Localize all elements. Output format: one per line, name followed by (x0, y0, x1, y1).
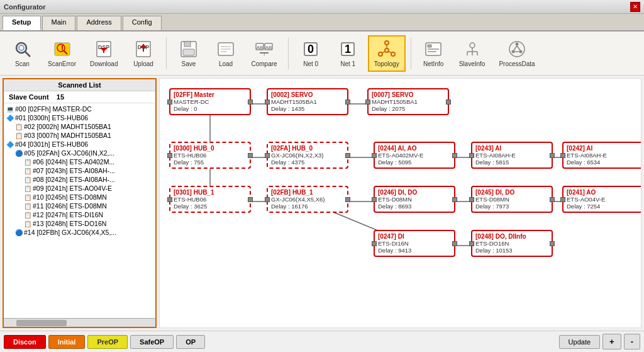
scan-label: Scan (15, 60, 30, 67)
node-title: [02FB] HUB_1 (271, 189, 344, 196)
tree-item[interactable]: 📋#06 [0244h] ETS-A0402M... (5, 157, 154, 166)
tab-address[interactable]: Address (77, 16, 121, 30)
node-subtitle: ETS-HUB06 (174, 196, 247, 203)
net0-button[interactable]: 0 Net 0 (294, 35, 328, 72)
node-subtitle: ETS-HUB06 (174, 152, 247, 159)
svg-point-51 (519, 50, 523, 54)
scanerror-button[interactable]: ! ScanError (42, 35, 82, 72)
download-button[interactable]: DSP Download (84, 35, 123, 72)
node-title: [0248] DO, DIInfo (475, 233, 548, 240)
netinfo-button[interactable]: NetInfo (416, 35, 451, 72)
compare-button[interactable]: AB AB ↕ Compare (246, 35, 283, 72)
topology-canvas[interactable]: [02FF] Master MASTER-DC Delay : 0 [0002]… (159, 78, 641, 328)
svg-rect-40 (428, 45, 431, 47)
tree-item[interactable]: 📋#07 [0243h] ETS-AI08AH-... (5, 166, 154, 175)
svg-line-53 (517, 46, 520, 51)
upload-label: Upload (133, 60, 153, 67)
node-delay: Delay : 1435 (271, 105, 344, 112)
svg-point-43 (470, 43, 475, 48)
netinfo-icon (423, 39, 443, 59)
node-title: [0245] DI, DO (475, 189, 548, 196)
node-delay: Delay : 5815 (475, 159, 548, 166)
topology-node-di_do1: [0246] DI, DO ETS-D08MN Delay : 8693 (374, 186, 455, 213)
svg-point-52 (512, 50, 515, 54)
node-delay: Delay : 0 (174, 105, 247, 112)
tree-item[interactable]: 🔵#14 [02FBh] GX-JC06(X4,X5,... (5, 228, 154, 237)
status-bar: Discon Initial PreOP SafeOP OP Update + … (0, 331, 644, 352)
topology-node-ai1: [0243] AI ETS-AI08AH-E Delay : 5815 (471, 142, 553, 169)
svg-rect-41 (428, 48, 439, 50)
zoom-out-button[interactable]: - (624, 334, 640, 349)
tree-item[interactable]: 📋#12 [0247h] ETS-DI16N (5, 210, 154, 219)
scan-button[interactable]: Scan (5, 35, 40, 72)
load-button[interactable]: Load (209, 35, 243, 72)
svg-point-50 (516, 43, 519, 46)
initial-button[interactable]: Initial (48, 335, 86, 349)
compare-icon: AB AB ↕ (254, 39, 274, 59)
scrollbar-thumb (16, 320, 67, 326)
tree-item[interactable]: 📋#02 [0002h] MADHT1505BA1 (5, 122, 154, 131)
tree-item[interactable]: 📋#13 [0248h] ETS-DO16N (5, 219, 154, 228)
node-title: [0002] SERVO (271, 91, 344, 98)
load-icon (216, 39, 236, 59)
discon-button[interactable]: Discon (4, 335, 46, 349)
topology-node-ao: [0241] AO ETS-AO04V-E Delay : 7254 (562, 186, 641, 213)
node-title: [0242] AI (567, 145, 640, 152)
node-title: [0301] HUB_1 (174, 189, 247, 196)
device-tree[interactable]: 💻#00 [02FFh] MASTER-DC🔷#01 [0300h] ETS-H… (4, 103, 155, 318)
tree-item[interactable]: 📋#11 [0246h] ETS-D08MN (5, 202, 154, 210)
horizontal-scrollbar[interactable] (4, 318, 155, 327)
node-subtitle: ETS-AI08AH-E (475, 152, 548, 159)
topology-node-hub1: [0301] HUB_1 ETS-HUB06 Delay : 3625 (169, 186, 251, 213)
tree-item[interactable]: 🔵#05 [02FAh] GX-JC06(IN,X2,... (5, 149, 154, 157)
close-button[interactable]: ✕ (630, 2, 640, 12)
processdata-button[interactable]: ProcessData (493, 35, 540, 72)
node-title: [02FA] HUB_0 (271, 145, 344, 152)
node-title: [0300] HUB_0 (174, 145, 247, 152)
node-title: [0244] AI, AO (378, 145, 451, 152)
op-button[interactable]: OP (176, 335, 205, 349)
tab-config[interactable]: Config (123, 16, 162, 30)
load-label: Load (219, 60, 233, 67)
svg-text:↕: ↕ (263, 51, 265, 57)
tab-main[interactable]: Main (42, 16, 76, 30)
topology-label: Topology (374, 60, 399, 67)
slaveinfo-icon (462, 39, 482, 59)
topology-node-di: [0247] DI ETS-DI16N Delay : 9413 (374, 230, 455, 257)
svg-rect-17 (183, 49, 194, 55)
node-subtitle: MASTER-DC (174, 98, 247, 105)
slaveinfo-button[interactable]: SlaveInfo (453, 35, 491, 72)
tree-item[interactable]: 🔷#01 [0300h] ETS-HUB06 (5, 113, 154, 122)
save-label: Save (182, 60, 196, 67)
processdata-label: ProcessData (499, 60, 535, 67)
tree-item[interactable]: 📋#09 [0241h] ETS-AO04V-E (5, 184, 154, 193)
tree-item[interactable]: 🔷#04 [0301h] ETS-HUB06 (5, 140, 154, 149)
upload-button[interactable]: DSP Upload (126, 35, 161, 72)
download-label: Download (90, 60, 118, 67)
save-button[interactable]: Save (172, 35, 206, 72)
scanned-list-panel: Scanned List Slave Count 15 💻#00 [02FFh]… (3, 78, 157, 328)
net0-icon: 0 (301, 39, 321, 59)
tab-setup[interactable]: Setup (3, 16, 41, 30)
safeop-button[interactable]: SafeOP (130, 335, 174, 349)
update-button[interactable]: Update (559, 335, 600, 349)
tree-item[interactable]: 📋#03 [0007h] MADHT1505BA1 (5, 131, 154, 140)
zoom-in-button[interactable]: + (602, 334, 621, 349)
topology-button[interactable]: Topology (368, 35, 406, 72)
svg-point-2 (19, 45, 24, 50)
tree-item[interactable]: 📋#10 [0245h] ETS-D08MN (5, 193, 154, 202)
node-delay: Delay : 8693 (378, 203, 451, 210)
net1-button[interactable]: 1 Net 1 (331, 35, 365, 72)
topology-node-di_do2: [0245] DI, DO ETS-D08MN Delay : 7973 (471, 186, 553, 213)
svg-point-32 (385, 41, 389, 45)
node-delay: Delay : 7973 (475, 203, 548, 210)
topology-node-hub0: [0300] HUB_0 ETS-HUB06 Delay : 755 (169, 142, 251, 169)
tree-item[interactable]: 💻#00 [02FFh] MASTER-DC (5, 105, 154, 113)
topology-node-ai_ao: [0244] AI, AO ETS-A0402MV-E Delay : 5095 (374, 142, 455, 169)
node-subtitle: ETS-DO16N (475, 240, 548, 247)
tree-item[interactable]: 📋#08 [0242h] ETS-AI08AH-... (5, 175, 154, 184)
separator-2 (288, 38, 289, 69)
node-delay: Delay : 4375 (271, 159, 344, 166)
preop-button[interactable]: PreOP (87, 335, 128, 349)
svg-line-38 (389, 52, 392, 53)
